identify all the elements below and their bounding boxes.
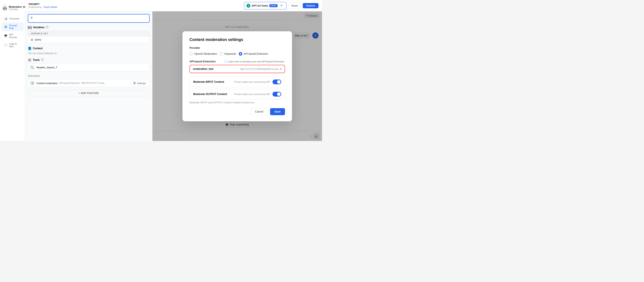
tools-icon: ⚒️	[28, 58, 32, 62]
add-feature-button[interactable]: + ADD FEATURE	[28, 90, 150, 96]
context-desc: You can import datasets as	[28, 52, 150, 54]
content-moderation-row: 🛡️ Content moderation API-based Extensio…	[28, 79, 150, 87]
expert-mode-link[interactable]: Expert Mode	[44, 6, 57, 8]
engineering-label: Engineering	[29, 6, 42, 8]
prompt-label: PROMPT	[29, 3, 57, 5]
reset-button[interactable]: Reset	[288, 3, 301, 8]
radio-openai	[190, 52, 193, 56]
moderate-input-right: Preset replies are returned by API	[234, 79, 281, 84]
model-settings-icon[interactable]: ⚙	[279, 3, 284, 8]
right-panel: ⟳ Restart lates our usage policy. Who is…	[152, 11, 322, 141]
sidebar-item-label: Overview	[9, 17, 19, 20]
variables-icon: [x]	[28, 26, 32, 29]
modal-actions: Cancel Save	[190, 108, 285, 115]
warning-text: Moderate INPUT and OUTPUT Content enable…	[190, 101, 285, 104]
api-learn-link-text: Learn how to develop your own API-based …	[228, 60, 285, 63]
variables-info-icon[interactable]: ⓘ	[46, 25, 48, 29]
moderate-input-label: Moderate INPUT Content	[193, 80, 224, 83]
api-ext-title: API-based Extension	[190, 60, 216, 63]
variable-query: query	[35, 38, 42, 41]
toolbox-label: TOOLBOX	[28, 75, 150, 77]
prompt-input[interactable]: 9	[28, 14, 150, 23]
content-mod-desc: API-based Extension · INPUT/OUTPUT Conte…	[59, 82, 130, 84]
context-icon: 📘	[28, 47, 32, 50]
sidebar-item-overview[interactable]: 📊 Overview	[1, 15, 24, 22]
context-section: 📘 Context You can import datasets as	[28, 47, 150, 54]
logs-icon: 📄	[4, 43, 8, 47]
moderate-output-desc: Preset replies are returned by API	[234, 93, 270, 95]
modal-overlay: Content moderation settings Provider Ope…	[152, 11, 322, 141]
app-header: 🤖 Moderation_test Chat App	[0, 3, 25, 15]
content-split: 9 [x] Variables ⓘ VARIABLE KEY ▦ query	[25, 11, 322, 141]
prompt-section: PROMPT Engineering Expert Mode	[29, 3, 57, 8]
main-content: PROMPT Engineering Expert Mode ✦ GPT-3.5…	[25, 0, 322, 141]
sidebar: 🤖 Moderation_test Chat App 📊 Overview ⚙️…	[0, 0, 25, 141]
settings-gear-icon: ⚙️	[133, 82, 136, 84]
chevron-down-icon: ▾	[280, 67, 282, 70]
variables-label: Variables	[33, 26, 44, 29]
prompt-eng-icon: ⚙️	[4, 25, 8, 28]
api-learn-link-icon: 📄	[224, 60, 227, 63]
settings-label: Settings	[137, 82, 146, 84]
moderate-output-toggle[interactable]	[272, 92, 281, 97]
tool-item: 🔧 Weather_Search_T	[28, 63, 150, 71]
moderate-input-row: Moderate INPUT Content Preset replies ar…	[190, 77, 285, 87]
moderate-output-right: Preset replies are returned by API	[234, 92, 281, 97]
sidebar-item-label: API Access	[9, 33, 21, 38]
content-mod-label: Content moderation	[36, 82, 58, 84]
sidebar-item-logs[interactable]: 📄 Logs & Ann.	[1, 41, 24, 49]
provider-api-ext-label: API-based Extension	[244, 52, 268, 55]
api-access-icon: 🖥️	[4, 34, 8, 38]
api-dropdown-url: http://127.0.0.1:8000/api/dify/receive	[240, 68, 279, 70]
content-mod-settings-button[interactable]: ⚙️ Settings	[131, 81, 148, 86]
model-icon: ✦	[246, 4, 250, 8]
sidebar-item-label: Prompt Eng.	[9, 24, 21, 29]
provider-keywords-label: Keywords	[224, 52, 236, 55]
api-dropdown-right: http://127.0.0.1:8000/api/dify/receive ▾	[240, 67, 282, 70]
provider-openai[interactable]: OpenAI Moderation	[190, 52, 217, 56]
moderate-output-label: Moderate OUTPUT Content	[193, 93, 227, 96]
moderate-output-row: Moderate OUTPUT Content Preset replies a…	[190, 89, 285, 99]
tools-section: ⚒️ Tools ⓘ 🔧 Weather_Search_T	[28, 58, 150, 71]
left-panel: 9 [x] Variables ⓘ VARIABLE KEY ▦ query	[25, 11, 152, 141]
app-icon: 🤖	[3, 4, 7, 11]
sidebar-item-api-access[interactable]: 🖥️ API Access	[1, 31, 24, 40]
variable-key-header: VARIABLE KEY	[28, 31, 150, 36]
save-button[interactable]: Save	[270, 108, 285, 115]
sidebar-item-prompt-eng[interactable]: ⚙️ Prompt Eng.	[1, 22, 24, 31]
cancel-button[interactable]: Cancel	[250, 108, 268, 115]
mode-labels: Engineering Expert Mode	[29, 6, 57, 8]
app-type: Chat App	[9, 8, 28, 10]
tool-name: Weather_Search_T	[36, 66, 57, 69]
overview-icon: 📊	[4, 17, 8, 20]
content-mod-icon: 🛡️	[30, 81, 34, 86]
provider-keywords[interactable]: Keywords	[220, 52, 236, 56]
tool-item-icon: 🔧	[30, 65, 34, 70]
variable-row: ▦ query	[28, 36, 150, 43]
provider-options: OpenAI Moderation Keywords API-based Ext…	[190, 52, 285, 56]
model-badge[interactable]: ✦ GPT-3.5-Turbo CHAT ⚙	[244, 2, 286, 9]
top-bar: PROMPT Engineering Expert Mode ✦ GPT-3.5…	[25, 0, 322, 11]
tools-label: Tools	[33, 58, 40, 61]
provider-label: Provider	[190, 46, 285, 49]
chat-badge: CHAT	[270, 4, 277, 7]
provider-openai-label: OpenAI Moderation	[194, 52, 217, 55]
modal-content-moderation: Content moderation settings Provider Ope…	[182, 31, 292, 121]
moderate-input-toggle[interactable]	[272, 79, 281, 84]
api-ext-header: API-based Extension 📄 Learn how to devel…	[190, 60, 285, 63]
api-dropdown[interactable]: moderation_test http://127.0.0.1:8000/ap…	[190, 65, 285, 73]
context-label: Context	[33, 47, 43, 50]
provider-api-ext[interactable]: API-based Extension	[239, 52, 268, 56]
app-name: Moderation_test	[9, 5, 28, 8]
api-learn-link[interactable]: 📄 Learn how to develop your own API-base…	[224, 60, 285, 63]
variables-section: [x] Variables ⓘ VARIABLE KEY ▦ query	[28, 25, 150, 43]
top-bar-right: ✦ GPT-3.5-Turbo CHAT ⚙ Reset Publish	[244, 2, 318, 9]
variable-row-icon: ▦	[31, 38, 33, 41]
api-extension-section: API-based Extension 📄 Learn how to devel…	[190, 60, 285, 73]
sidebar-item-label: Logs & Ann.	[9, 42, 21, 48]
moderate-input-desc: Preset replies are returned by API	[234, 81, 270, 83]
publish-button[interactable]: Publish	[303, 3, 318, 8]
tools-info-icon[interactable]: ⓘ	[41, 58, 44, 62]
radio-keywords	[220, 52, 223, 56]
api-dropdown-name: moderation_test	[193, 67, 213, 70]
